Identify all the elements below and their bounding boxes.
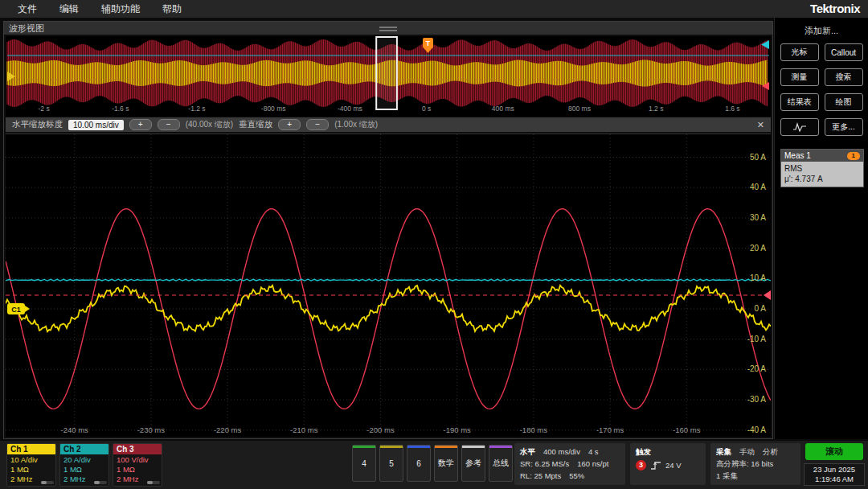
channel-name: Ch 3 <box>113 444 162 454</box>
channel-scale: 100 V/div <box>117 455 162 465</box>
sidebar-button-label: 测量 <box>792 72 808 83</box>
meas-badge-body: RMS μ': 4.737 A <box>781 162 863 187</box>
acquisition-mode2: 分析 <box>763 446 778 458</box>
h-zoom-scale-value[interactable]: 10.00 ms/div <box>68 120 124 130</box>
overview-time-label: 800 ms <box>568 105 591 113</box>
y-tick-label: -30 A <box>747 395 767 404</box>
h-zoom-readout: (40.00x 缩放) <box>186 119 233 130</box>
overview-time-label: 1.6 s <box>725 105 739 113</box>
overview-time-label: 0 s <box>422 105 431 113</box>
x-tick-label: -160 ms <box>673 425 701 434</box>
menu-items: 文件编辑辅助功能帮助 <box>0 2 182 16</box>
channel-badge-2[interactable]: Ch 2 20 A/div 1 MΩ 2 MHz <box>59 443 109 487</box>
sidebar-button-label: 光标 <box>792 47 808 58</box>
h-zoom-out-button[interactable]: − <box>158 119 180 130</box>
channel-scale: 10 A/div <box>10 455 55 465</box>
drag-handle-icon[interactable] <box>379 27 397 28</box>
source-label: 参考 <box>465 458 481 469</box>
v-zoom-out-button[interactable]: − <box>306 119 329 130</box>
channel-badge-1[interactable]: Ch 1 10 A/div 1 MΩ 2 MHz <box>6 443 56 487</box>
y-tick-label: -40 A <box>747 425 767 434</box>
meas-value: μ': 4.737 A <box>784 174 860 184</box>
source-button-math[interactable]: 数学 <box>434 445 458 482</box>
source-button-5[interactable]: 5 <box>379 445 403 482</box>
run-mode-button[interactable]: 滚动 <box>805 443 863 460</box>
horizontal-sample-rate: SR: 6.25 MS/s <box>520 458 569 470</box>
acquisition-overview-strip[interactable]: -2 s-1.6 s-1.2 s-800 ms-400 ms0 s400 ms8… <box>6 36 771 117</box>
channel-settings: 10 A/div 1 MΩ 2 MHz <box>7 454 55 484</box>
time-text: 1:19:46 AM <box>815 475 854 484</box>
close-zoom-icon[interactable]: ✕ <box>757 120 764 130</box>
source-label: 5 <box>389 459 394 468</box>
meas-title: Meas 1 <box>784 151 811 160</box>
y-tick-label: 30 A <box>750 213 766 222</box>
acquisition-panel[interactable]: 采集 手动 分析 高分辨率: 16 bits 1 采集 <box>710 443 800 485</box>
rising-edge-icon <box>650 460 661 471</box>
h-zoom-in-button[interactable]: + <box>129 119 152 130</box>
source-button-bus[interactable]: 总线 <box>489 445 513 482</box>
waveform-view-title: 波形视图 <box>9 23 44 35</box>
v-zoom-in-button[interactable]: + <box>278 119 301 130</box>
acquisition-detail: 高分辨率: 16 bits <box>716 458 773 470</box>
acquisition-count: 1 采集 <box>716 470 738 482</box>
horizontal-percent: 55% <box>569 470 584 482</box>
h-zoom-scale-label: 水平缩放标度 <box>12 119 63 130</box>
overview-time-label: -400 ms <box>338 105 362 113</box>
overview-time-label: -1.2 s <box>188 105 205 113</box>
trigger-panel[interactable]: 触发 3 24 V <box>630 443 706 485</box>
channel-impedance: 1 MΩ <box>10 465 55 475</box>
sidebar-button-plot[interactable]: 绘图 <box>825 93 863 111</box>
horizontal-span: 4 s <box>588 446 599 458</box>
sidebar-button-measure[interactable]: 测量 <box>780 68 819 86</box>
trigger-title: 触发 <box>636 446 651 458</box>
menu-utility[interactable]: 辅助功能 <box>101 2 140 16</box>
y-tick-label: 10 A <box>750 273 766 282</box>
sidebar-button-search[interactable]: 搜索 <box>825 68 863 86</box>
source-button-4[interactable]: 4 <box>352 445 376 482</box>
x-tick-label: -210 ms <box>290 425 318 434</box>
zoom-waveform-plot[interactable]: -240 ms-230 ms-220 ms-210 ms-200 ms-190 … <box>6 134 771 437</box>
source-button-ref[interactable]: 参考 <box>461 445 485 482</box>
meas-badge-panel[interactable]: Meas 1 1 RMS μ': 4.737 A <box>780 149 864 187</box>
menu-edit[interactable]: 编辑 <box>59 2 79 16</box>
menu-help[interactable]: 帮助 <box>162 2 182 16</box>
menu-file[interactable]: 文件 <box>18 2 37 16</box>
meas-type: RMS <box>784 163 860 174</box>
channel-settings: 100 V/div 1 MΩ 2 MHz <box>113 454 162 484</box>
channel-badge-3[interactable]: Ch 3 100 V/div 1 MΩ 2 MHz <box>113 443 162 487</box>
channel-name: Ch 2 <box>60 444 108 454</box>
sidebar-button-cursor[interactable]: 光标 <box>780 43 819 61</box>
sidebar-button-more[interactable]: 更多... <box>825 118 863 136</box>
source-buttons: 4 5 6 数学 参考 总线 <box>352 445 513 482</box>
sidebar-button-label: 搜索 <box>836 72 852 83</box>
y-tick-label: 40 A <box>750 183 766 191</box>
trigger-level-marker[interactable] <box>764 290 771 300</box>
source-color-strip <box>353 446 375 448</box>
sidebar-button-callout[interactable]: Callout <box>825 43 863 61</box>
source-button-6[interactable]: 6 <box>407 445 431 482</box>
zoom-window[interactable] <box>376 37 397 109</box>
x-tick-label: -190 ms <box>444 425 472 434</box>
sidebar-button-label: 绘图 <box>836 97 852 108</box>
meas-count-badge: 1 <box>847 152 860 160</box>
datetime-display: 23 Jun 2025 1:19:46 AM <box>804 463 865 486</box>
x-tick-label: -220 ms <box>214 425 242 434</box>
ch1-ground-badge-label: C1 <box>11 306 21 314</box>
horizontal-panel[interactable]: 水平 400 ms/div 4 s SR: 6.25 MS/s 160 ns/p… <box>514 443 625 485</box>
x-tick-label: -240 ms <box>61 425 89 434</box>
add-new-button-grid: 光标 Callout 测量 搜索 结果表 绘图 更多... <box>775 43 868 136</box>
source-label: 4 <box>362 459 366 468</box>
right-sidebar: 添加新... 光标 Callout 测量 搜索 结果表 绘图 更多... Mea… <box>774 18 868 439</box>
sidebar-button-label: Callout <box>831 48 856 57</box>
y-tick-label: 20 A <box>750 244 766 253</box>
sidebar-button-results-table[interactable]: 结果表 <box>780 93 819 111</box>
channel-scale: 20 A/div <box>63 455 108 465</box>
x-tick-label: -200 ms <box>366 425 395 434</box>
bottom-settings-bar: Ch 1 10 A/div 1 MΩ 2 MHz Ch 2 20 A/div 1… <box>0 441 868 489</box>
x-tick-label: -230 ms <box>137 425 166 434</box>
sidebar-button-label: 结果表 <box>788 97 812 108</box>
zoom-controls-bar: 水平缩放标度 10.00 ms/div + − (40.00x 缩放) 垂直缩放… <box>6 117 771 132</box>
source-color-strip <box>380 446 403 448</box>
source-label: 数学 <box>438 458 454 469</box>
sidebar-button-draw[interactable] <box>780 118 819 136</box>
